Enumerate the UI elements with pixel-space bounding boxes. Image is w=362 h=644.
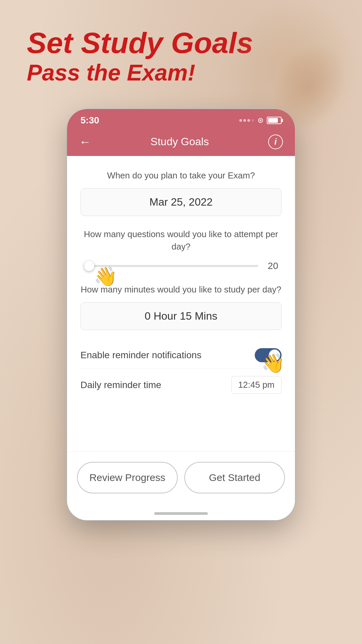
content-area: When do you plan to take your Exam? Mar … (67, 156, 295, 412)
home-bar (154, 512, 208, 515)
wifi-icon: ⊛ (257, 116, 263, 125)
nav-title: Study Goals (150, 136, 209, 148)
toggle-knob (269, 350, 280, 361)
nav-bar: ← Study Goals i (67, 129, 295, 156)
status-time: 5:30 (80, 115, 99, 126)
status-bar: 5:30 ⊛ (67, 109, 295, 129)
reminder-label: Daily reminder time (80, 380, 161, 390)
info-button[interactable]: i (268, 135, 283, 149)
phone-frame: 5:30 ⊛ ← Study Goals i When do you plan … (67, 109, 295, 521)
slider-track[interactable] (84, 265, 258, 267)
battery-icon (267, 117, 282, 124)
review-progress-button[interactable]: Review Progress (77, 462, 178, 493)
questions-slider-container: 20 👋 (80, 261, 282, 271)
reminder-row: Daily reminder time 12:45 pm (80, 369, 282, 401)
slider-thumb[interactable] (84, 261, 94, 271)
notifications-toggle[interactable] (255, 348, 282, 362)
status-icons: ⊛ (239, 116, 282, 125)
notifications-row: Enable reminder notifications 👋 (80, 342, 282, 369)
questions-label: How many questions would you like to att… (80, 228, 282, 253)
exam-question: When do you plan to take your Exam? (80, 169, 282, 181)
notifications-label: Enable reminder notifications (80, 350, 255, 361)
bottom-buttons: Review Progress Get Started (67, 452, 295, 507)
home-indicator (67, 507, 295, 520)
minutes-input[interactable]: 0 Hour 15 Mins (80, 302, 282, 330)
back-button[interactable]: ← (79, 135, 91, 149)
get-started-button[interactable]: Get Started (184, 462, 285, 493)
signal-icon (239, 119, 254, 122)
slider-value: 20 (265, 261, 278, 271)
header-title-line1: Set Study Goals (27, 27, 335, 59)
minutes-question: How many minutes would you like to study… (80, 283, 282, 296)
reminder-time-picker[interactable]: 12:45 pm (231, 376, 282, 394)
empty-content-area (67, 411, 295, 451)
exam-date-picker[interactable]: Mar 25, 2022 (80, 188, 282, 216)
